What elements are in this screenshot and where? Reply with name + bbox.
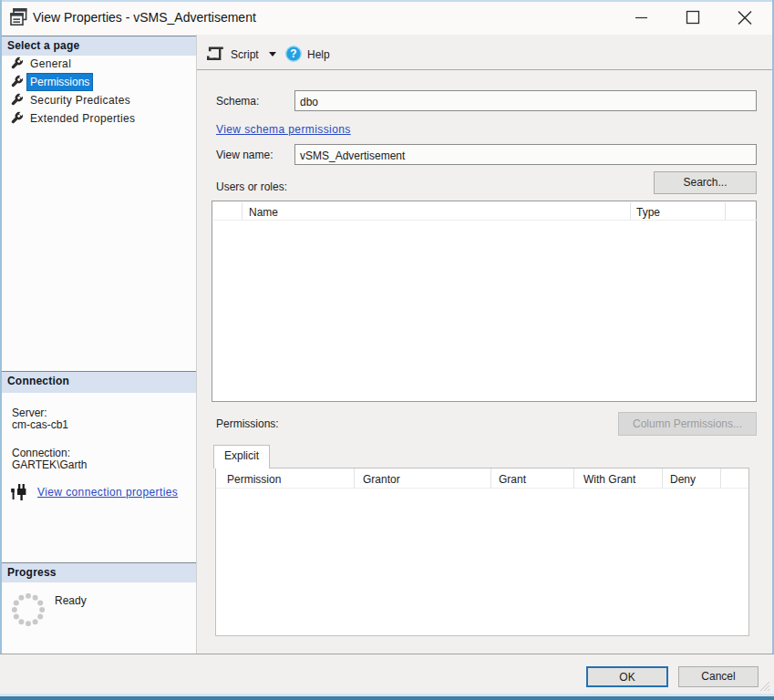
svg-text:?: ?	[290, 47, 296, 60]
